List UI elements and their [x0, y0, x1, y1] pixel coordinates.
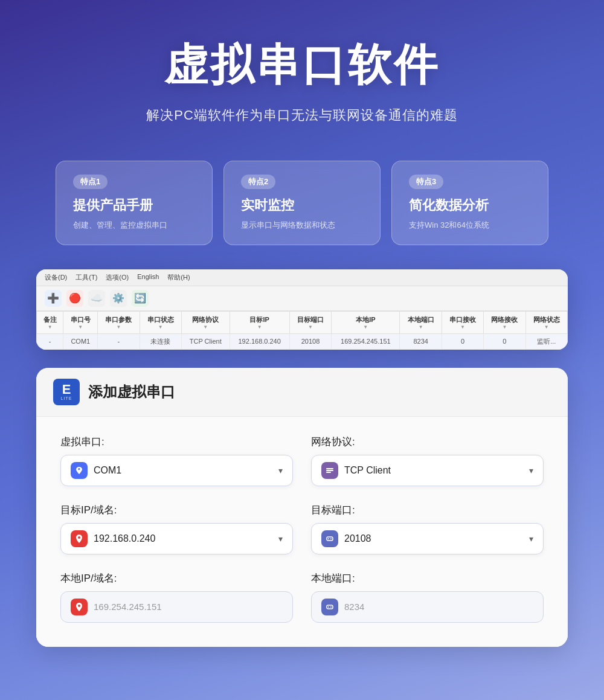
cell-note: -: [37, 333, 63, 349]
col-header-portstatus[interactable]: 串口状态▼: [140, 311, 181, 333]
feature-card-1: 特点1 提供产品手册 创建、管理、监控虚拟串口: [56, 161, 213, 245]
form-row-2: 目标IP/域名: 192.168.0.240 ▾ 目标端口:: [60, 503, 544, 554]
virtual-port-select[interactable]: COM1 ▾: [60, 455, 293, 486]
network-protocol-label: 网络协议:: [311, 435, 544, 449]
feature-title-1: 提供产品手册: [73, 196, 195, 214]
subtitle: 解决PC端软件作为串口无法与联网设备通信的难题: [12, 106, 592, 124]
features-section: 特点1 提供产品手册 创建、管理、监控虚拟串口 特点2 实时监控 显示串口与网络…: [0, 143, 604, 263]
target-port-value: 20108: [344, 533, 523, 544]
feature-badge-3: 特点3: [409, 175, 443, 189]
menu-english[interactable]: English: [137, 273, 159, 282]
cell-portstatus: 未连接: [140, 333, 181, 349]
app-toolbar: ➕ 🔴 ☁️ ⚙️ 🔄: [36, 286, 568, 311]
local-port-placeholder: 8234: [344, 602, 533, 612]
feature-desc-3: 支持Win 32和64位系统: [409, 219, 531, 231]
menu-tools[interactable]: 工具(T): [76, 273, 97, 282]
add-serial-card: E LITE 添加虚拟串口 虚拟串口: COM1 ▾: [36, 368, 568, 647]
serial-table: 备注▼ 串口号▼ 串口参数▼ 串口状态▼ 网络协议▼ 目标IP▼ 目标端口▼ 本…: [36, 311, 568, 350]
local-ip-input: 169.254.245.151: [60, 591, 293, 623]
local-port-input: 8234: [311, 591, 544, 623]
network-protocol-select[interactable]: TCP Client ▾: [311, 455, 544, 486]
cell-portnum: COM1: [63, 333, 98, 349]
add-serial-section: E LITE 添加虚拟串口 虚拟串口: COM1 ▾: [0, 362, 604, 677]
feature-title-3: 简化数据分析: [409, 196, 531, 214]
local-ip-icon: [71, 599, 88, 615]
target-ip-icon: [71, 530, 88, 547]
toolbar-settings-icon[interactable]: ⚙️: [110, 290, 127, 307]
virtual-port-icon: [71, 462, 88, 479]
col-header-netrx[interactable]: 网络接收▼: [484, 311, 525, 333]
add-serial-body: 虚拟串口: COM1 ▾ 网络协议: TC: [36, 417, 568, 647]
elite-logo-sub: LITE: [61, 396, 72, 400]
virtual-port-value: COM1: [94, 465, 272, 476]
target-ip-arrow-icon: ▾: [278, 534, 283, 544]
cell-targetip: 192.168.0.240: [230, 333, 289, 349]
svg-rect-0: [326, 468, 333, 469]
feature-card-2: 特点2 实时监控 显示串口与网络数据和状态: [223, 161, 381, 245]
feature-title-2: 实时监控: [241, 196, 363, 214]
menu-options[interactable]: 选项(O): [106, 273, 129, 282]
app-window: 设备(D) 工具(T) 选项(O) English 帮助(H) ➕ 🔴 ☁️ ⚙…: [36, 269, 568, 350]
col-header-portparam[interactable]: 串口参数▼: [98, 311, 140, 333]
virtual-port-arrow-icon: ▾: [278, 466, 283, 475]
main-title: 虚拟串口软件: [12, 36, 592, 94]
col-header-note[interactable]: 备注▼: [37, 311, 63, 333]
add-serial-header: E LITE 添加虚拟串口: [36, 368, 568, 417]
table-container: 备注▼ 串口号▼ 串口参数▼ 串口状态▼ 网络协议▼ 目标IP▼ 目标端口▼ 本…: [36, 311, 568, 350]
add-serial-title: 添加虚拟串口: [88, 382, 175, 402]
col-header-localport[interactable]: 本地端口▼: [400, 311, 442, 333]
network-protocol-value: TCP Client: [344, 465, 523, 476]
local-port-label: 本地端口:: [311, 571, 544, 585]
col-header-targetport[interactable]: 目标端口▼: [289, 311, 331, 333]
cell-serialrx: 0: [442, 333, 483, 349]
elite-logo: E LITE: [53, 379, 80, 405]
app-menubar: 设备(D) 工具(T) 选项(O) English 帮助(H): [36, 269, 568, 286]
svg-rect-2: [326, 472, 331, 473]
virtual-port-label: 虚拟串口:: [60, 435, 293, 449]
network-protocol-arrow-icon: ▾: [529, 466, 533, 475]
toolbar-cloud-icon[interactable]: ☁️: [88, 290, 105, 307]
col-header-netprotocol[interactable]: 网络协议▼: [181, 311, 230, 333]
col-header-netstatus[interactable]: 网络状态▼: [525, 311, 567, 333]
form-group-target-port: 目标端口: 20108 ▾: [311, 503, 544, 554]
target-ip-value: 192.168.0.240: [94, 533, 272, 544]
col-header-localip[interactable]: 本地IP▼: [332, 311, 400, 333]
menu-device[interactable]: 设备(D): [45, 273, 67, 282]
col-header-targetip[interactable]: 目标IP▼: [230, 311, 289, 333]
app-window-section: 设备(D) 工具(T) 选项(O) English 帮助(H) ➕ 🔴 ☁️ ⚙…: [0, 263, 604, 362]
form-group-local-port: 本地端口: 8234: [311, 571, 544, 623]
local-ip-label: 本地IP/域名:: [60, 571, 293, 585]
form-row-3: 本地IP/域名: 169.254.245.151 本地端口: 82: [60, 571, 544, 623]
table-row[interactable]: - COM1 - 未连接 TCP Client 192.168.0.240 20…: [37, 333, 568, 349]
local-port-icon: [321, 599, 338, 615]
form-group-target-ip: 目标IP/域名: 192.168.0.240 ▾: [60, 503, 293, 554]
target-ip-select[interactable]: 192.168.0.240 ▾: [60, 523, 293, 554]
cell-localport: 8234: [400, 333, 442, 349]
feature-desc-2: 显示串口与网络数据和状态: [241, 219, 363, 231]
feature-desc-1: 创建、管理、监控虚拟串口: [73, 219, 195, 231]
toolbar-add-icon[interactable]: ➕: [45, 290, 62, 307]
svg-point-5: [330, 538, 332, 539]
feature-card-3: 特点3 简化数据分析 支持Win 32和64位系统: [391, 161, 548, 245]
toolbar-delete-icon[interactable]: 🔴: [66, 290, 83, 307]
col-header-portnum[interactable]: 串口号▼: [63, 311, 98, 333]
cell-targetport: 20108: [289, 333, 331, 349]
feature-badge-2: 特点2: [241, 175, 275, 189]
cell-netstatus: 监听...: [525, 333, 567, 349]
header-section: 虚拟串口软件 解决PC端软件作为串口无法与联网设备通信的难题: [0, 0, 604, 143]
cell-portparam: -: [98, 333, 140, 349]
form-group-network-protocol: 网络协议: TCP Client ▾: [311, 435, 544, 486]
menu-help[interactable]: 帮助(H): [167, 273, 190, 282]
svg-point-4: [328, 538, 329, 539]
form-group-virtual-port: 虚拟串口: COM1 ▾: [60, 435, 293, 486]
svg-point-8: [330, 606, 332, 608]
target-port-label: 目标端口:: [311, 503, 544, 517]
target-port-select[interactable]: 20108 ▾: [311, 523, 544, 554]
toolbar-refresh-icon[interactable]: 🔄: [132, 290, 149, 307]
target-port-arrow-icon: ▾: [529, 534, 533, 544]
target-ip-label: 目标IP/域名:: [60, 503, 293, 517]
svg-rect-1: [326, 470, 333, 471]
form-row-1: 虚拟串口: COM1 ▾ 网络协议: TC: [60, 435, 544, 486]
col-header-serialrx[interactable]: 串口接收▼: [442, 311, 483, 333]
target-port-icon: [321, 530, 338, 547]
